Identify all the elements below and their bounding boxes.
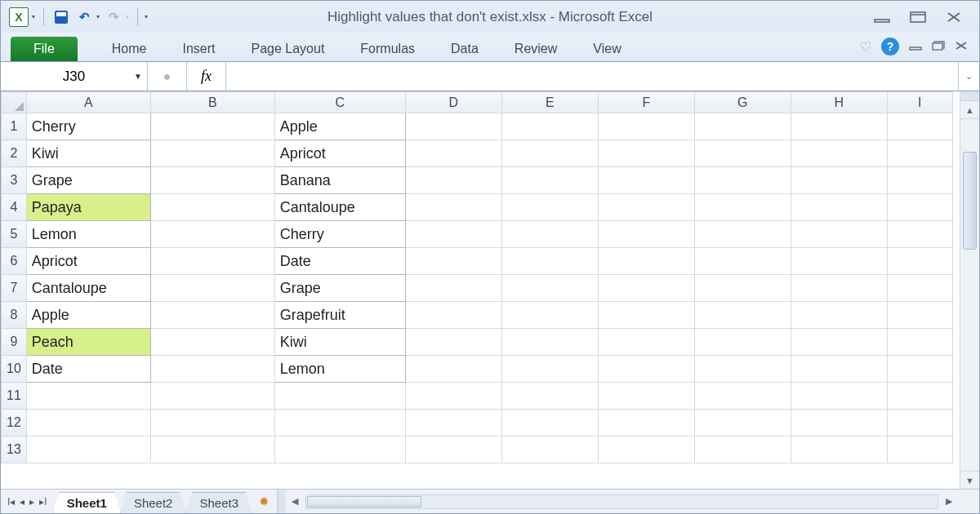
cell-D1[interactable] (405, 113, 501, 140)
cell-G9[interactable] (694, 329, 791, 356)
row-header-3[interactable]: 3 (2, 167, 27, 194)
tab-review[interactable]: Review (497, 37, 575, 61)
scroll-up-button[interactable]: ▲ (960, 101, 979, 119)
workbook-restore-button[interactable] (932, 40, 945, 53)
tab-page-layout[interactable]: Page Layout (233, 37, 342, 61)
ribbon-minimize-button[interactable] (909, 40, 922, 53)
cell-I3[interactable] (887, 167, 952, 194)
help-icon[interactable]: ? (881, 38, 899, 55)
cell-F13[interactable] (598, 436, 694, 463)
cell-A13[interactable] (26, 436, 150, 463)
cell-G12[interactable] (694, 410, 791, 436)
cell-B8[interactable] (150, 302, 274, 329)
cell-B10[interactable] (150, 356, 274, 383)
cell-H12[interactable] (791, 410, 887, 436)
qat-app-menu[interactable]: ▾ (32, 13, 35, 20)
tab-formulas[interactable]: Formulas (342, 37, 433, 61)
close-button[interactable] (943, 10, 964, 24)
cell-G8[interactable] (694, 302, 791, 329)
formula-input[interactable] (226, 62, 958, 91)
row-header-8[interactable]: 8 (2, 302, 27, 329)
col-header-I[interactable]: I (887, 92, 952, 113)
cell-G10[interactable] (694, 356, 791, 383)
tab-home[interactable]: Home (94, 37, 165, 61)
cell-E11[interactable] (501, 383, 598, 410)
cell-F2[interactable] (598, 140, 694, 167)
tab-insert[interactable]: Insert (164, 37, 233, 61)
excel-icon[interactable]: X (9, 7, 29, 27)
cell-A1[interactable]: Cherry (26, 113, 150, 140)
cell-H3[interactable] (791, 167, 887, 194)
cell-D10[interactable] (405, 356, 501, 383)
cell-H10[interactable] (791, 356, 887, 383)
cell-E9[interactable] (501, 329, 598, 356)
sheet-nav-prev[interactable]: ◂ (18, 496, 26, 507)
cell-G7[interactable] (694, 275, 791, 302)
cell-B1[interactable] (150, 113, 274, 140)
cell-H6[interactable] (791, 248, 887, 275)
minimize-button[interactable] (871, 10, 893, 24)
cell-E1[interactable] (501, 113, 598, 140)
cell-H4[interactable] (791, 194, 887, 221)
sheet-nav-first[interactable]: I◂ (6, 496, 16, 507)
cell-F11[interactable] (598, 383, 694, 410)
cell-I10[interactable] (887, 356, 952, 383)
scroll-right-button[interactable]: ▶ (940, 490, 958, 513)
cell-D6[interactable] (405, 248, 501, 275)
undo-menu[interactable]: ▾ (96, 13, 100, 20)
customize-qat[interactable]: ▾ (145, 13, 148, 20)
cell-F12[interactable] (598, 410, 694, 436)
cell-F1[interactable] (598, 113, 694, 140)
name-box[interactable]: J30 ▼ (1, 62, 148, 91)
row-header-6[interactable]: 6 (2, 248, 27, 275)
select-all-corner[interactable] (2, 92, 27, 113)
cell-G6[interactable] (694, 248, 791, 275)
cell-D3[interactable] (405, 167, 501, 194)
cell-B9[interactable] (150, 329, 274, 356)
cell-I7[interactable] (887, 275, 952, 302)
cell-B4[interactable] (150, 194, 274, 221)
cell-D5[interactable] (405, 221, 501, 248)
expand-formula-bar[interactable]: ⌄ (958, 62, 979, 91)
maximize-button[interactable] (907, 10, 929, 24)
col-header-D[interactable]: D (405, 92, 501, 113)
hscroll-thumb[interactable] (307, 496, 421, 507)
cell-G1[interactable] (694, 113, 791, 140)
vscroll-thumb[interactable] (963, 152, 977, 250)
cell-B2[interactable] (150, 140, 274, 167)
hsplit-handle[interactable] (278, 490, 286, 513)
cell-G2[interactable] (694, 140, 791, 167)
cell-H1[interactable] (791, 113, 887, 140)
cell-A8[interactable]: Apple (26, 302, 150, 329)
cell-D4[interactable] (405, 194, 501, 221)
vertical-scrollbar[interactable]: ▲ ▼ (960, 91, 979, 489)
sheet-tab-sheet1[interactable]: Sheet1 (53, 492, 121, 513)
cell-D9[interactable] (405, 329, 501, 356)
col-header-H[interactable]: H (791, 92, 887, 113)
col-header-E[interactable]: E (501, 92, 598, 113)
cell-B11[interactable] (150, 383, 274, 410)
cell-H7[interactable] (791, 275, 887, 302)
grid[interactable]: ABCDEFGHI1CherryApple2KiwiApricot3GrapeB… (1, 91, 960, 489)
cell-C8[interactable]: Grapefruit (274, 302, 405, 329)
col-header-G[interactable]: G (694, 92, 791, 113)
cell-E4[interactable] (501, 194, 598, 221)
cell-C12[interactable] (274, 410, 405, 436)
cell-F4[interactable] (598, 194, 694, 221)
cell-D12[interactable] (405, 410, 501, 436)
row-header-5[interactable]: 5 (2, 221, 27, 248)
cell-E13[interactable] (501, 436, 598, 463)
cell-I13[interactable] (887, 436, 952, 463)
cell-A11[interactable] (26, 383, 150, 410)
sheet-tab-sheet2[interactable]: Sheet2 (120, 492, 187, 513)
cell-F8[interactable] (598, 302, 694, 329)
scroll-left-button[interactable]: ◀ (286, 490, 304, 513)
save-button[interactable] (52, 8, 70, 26)
cell-I6[interactable] (887, 248, 952, 275)
cell-C9[interactable]: Kiwi (274, 329, 405, 356)
redo-button[interactable]: ↷ (105, 8, 122, 26)
cell-F5[interactable] (598, 221, 694, 248)
insert-function-button[interactable]: fx (187, 62, 226, 91)
cell-E12[interactable] (501, 410, 598, 436)
cell-D8[interactable] (405, 302, 501, 329)
